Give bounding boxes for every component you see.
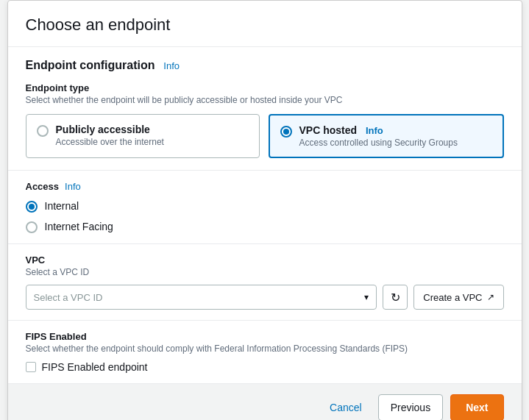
endpoint-config-title: Endpoint configuration [26,59,155,71]
access-label-internet-facing: Internet Facing [45,221,113,232]
access-title-row: Access Info [26,181,504,192]
vpc-subtitle: Select a VPC ID [26,267,504,277]
external-link-icon: ↗ [487,292,494,302]
vpc-hosted-info-link[interactable]: Info [366,125,383,136]
card-content-vpc: VPC hosted Info Access controlled using … [299,124,458,148]
endpoint-type-container: Endpoint type Select whether the endpoin… [26,82,504,158]
refresh-icon: ↻ [391,291,400,305]
card-desc-vpc: Access controlled using Security Groups [299,138,458,148]
dialog-header: Choose an endpoint [8,1,522,47]
card-content-public: Publicly accessible Accessible over the … [56,124,164,147]
cancel-button[interactable]: Cancel [321,396,371,419]
access-option-internal[interactable]: Internal [26,199,504,213]
radio-internet-facing [26,221,38,233]
vpc-section: VPC Select a VPC ID Select a VPC ID ▾ ↻ … [8,244,522,321]
access-label-internal: Internal [45,200,79,212]
access-section: Access Info Internal Internet Facing [8,171,522,244]
fips-title: FIPS Enabled [26,331,504,342]
access-title: Access [26,181,60,192]
dialog-title: Choose an endpoint [26,15,504,35]
card-title-vpc: VPC hosted Info [299,124,458,136]
radio-vpc-hosted [280,126,292,138]
section-title-row: Endpoint configuration Info [26,59,504,72]
choose-endpoint-dialog: Choose an endpoint Endpoint configuratio… [7,0,522,420]
endpoint-card-publicly-accessible[interactable]: Publicly accessible Accessible over the … [26,114,260,158]
card-desc-public: Accessible over the internet [56,137,164,147]
fips-checkbox[interactable] [26,362,36,372]
endpoint-type-desc: Select whether the endpoint will be publ… [26,95,504,105]
radio-publicly-accessible [37,125,49,137]
endpoint-config-section: Endpoint configuration Info Endpoint typ… [8,47,522,171]
next-button[interactable]: Next [450,394,503,420]
fips-checkbox-row[interactable]: FIPS Enabled endpoint [26,361,504,373]
chevron-down-icon: ▾ [364,292,369,302]
dialog-footer: Cancel Previous Next [8,383,522,420]
card-title-public: Publicly accessible [56,124,164,135]
fips-subtitle: Select whether the endpoint should compl… [26,344,504,354]
access-option-internet-facing[interactable]: Internet Facing [26,220,504,233]
fips-section: FIPS Enabled Select whether the endpoint… [8,321,522,383]
endpoint-config-info-link[interactable]: Info [163,60,180,71]
access-options: Internal Internet Facing [26,199,504,233]
vpc-select-placeholder: Select a VPC ID [34,292,103,303]
vpc-title: VPC [26,255,504,266]
vpc-controls: Select a VPC ID ▾ ↻ Create a VPC ↗ [26,285,504,310]
endpoint-type-label: Endpoint type [26,82,504,93]
radio-internal [26,201,38,213]
dialog-body: Endpoint configuration Info Endpoint typ… [8,47,522,383]
access-info-link[interactable]: Info [65,181,81,192]
vpc-select-dropdown[interactable]: Select a VPC ID ▾ [26,285,377,310]
create-vpc-label: Create a VPC [423,292,482,303]
previous-button[interactable]: Previous [378,394,443,420]
fips-checkbox-label: FIPS Enabled endpoint [42,361,148,373]
endpoint-card-vpc-hosted[interactable]: VPC hosted Info Access controlled using … [269,114,504,158]
create-vpc-button[interactable]: Create a VPC ↗ [413,285,503,310]
refresh-button[interactable]: ↻ [383,285,408,310]
endpoint-type-cards: Publicly accessible Accessible over the … [26,114,504,158]
